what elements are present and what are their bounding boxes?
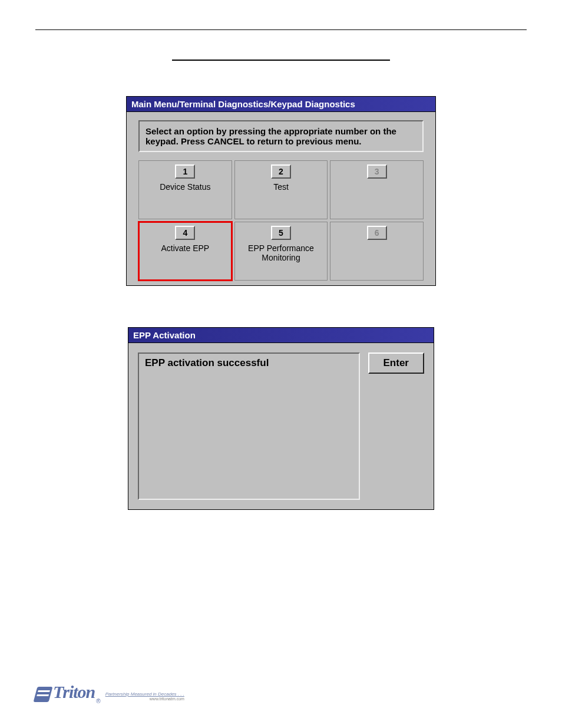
triton-logo-icon bbox=[34, 687, 53, 702]
epp-activation-window: EPP Activation EPP activation successful… bbox=[128, 327, 434, 510]
keypad-label: Device Status bbox=[139, 182, 232, 192]
tagline-block: Partnership Measured in Decades . . . ww… bbox=[105, 691, 184, 701]
keypad-cell-2[interactable]: 2 Test bbox=[234, 160, 328, 219]
keypad-button-2[interactable]: 2 bbox=[271, 164, 291, 179]
keypad-button-4[interactable]: 4 bbox=[175, 226, 195, 240]
keypad-cell-6: 6 bbox=[330, 222, 424, 281]
footer-url: www.tritonatm.com bbox=[105, 697, 184, 701]
footer-logo: Triton ® Partnership Measured in Decades… bbox=[35, 682, 184, 702]
keypad-cell-3: 3 bbox=[330, 160, 424, 219]
keypad-label: Activate EPP bbox=[139, 243, 232, 253]
enter-button[interactable]: Enter bbox=[368, 353, 424, 374]
keypad-diagnostics-window: Main Menu/Terminal Diagnostics/Keypad Di… bbox=[126, 96, 436, 286]
keypad-cell-1[interactable]: 1 Device Status bbox=[138, 160, 232, 219]
window-titlebar: EPP Activation bbox=[128, 328, 434, 343]
activation-message: EPP activation successful bbox=[138, 353, 360, 500]
window-titlebar: Main Menu/Terminal Diagnostics/Keypad Di… bbox=[127, 97, 435, 112]
registered-mark: ® bbox=[96, 698, 100, 704]
header-rule bbox=[35, 29, 527, 30]
keypad-button-5[interactable]: 5 bbox=[271, 226, 291, 240]
keypad-cell-4[interactable]: 4 Activate EPP bbox=[138, 222, 232, 281]
keypad-button-6: 6 bbox=[367, 226, 387, 240]
keypad-label: Test bbox=[235, 182, 328, 192]
instruction-text: Select an option by pressing the appropr… bbox=[138, 120, 424, 152]
keypad-button-3: 3 bbox=[367, 164, 387, 179]
section-title-underline bbox=[172, 60, 390, 61]
keypad-button-1[interactable]: 1 bbox=[175, 164, 195, 179]
tagline-text: Partnership Measured in Decades . . . bbox=[105, 691, 184, 697]
keypad-grid: 1 Device Status 2 Test 3 4 Activate EPP … bbox=[138, 160, 424, 281]
keypad-label: EPP Performance Monitoring bbox=[235, 243, 328, 262]
keypad-cell-5[interactable]: 5 EPP Performance Monitoring bbox=[234, 222, 328, 281]
brand-name: Triton bbox=[53, 682, 95, 702]
